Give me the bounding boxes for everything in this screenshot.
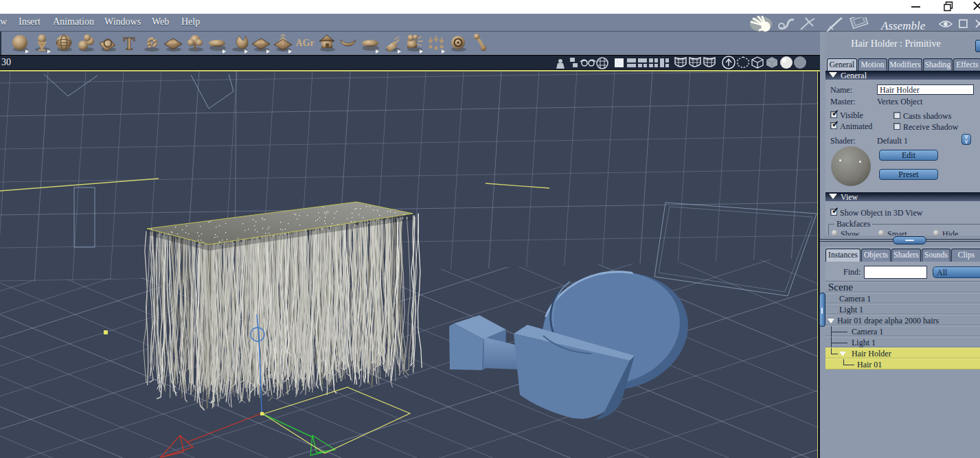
svg-text:T: T xyxy=(124,34,135,53)
svg-text:AGr: AGr xyxy=(295,38,314,48)
